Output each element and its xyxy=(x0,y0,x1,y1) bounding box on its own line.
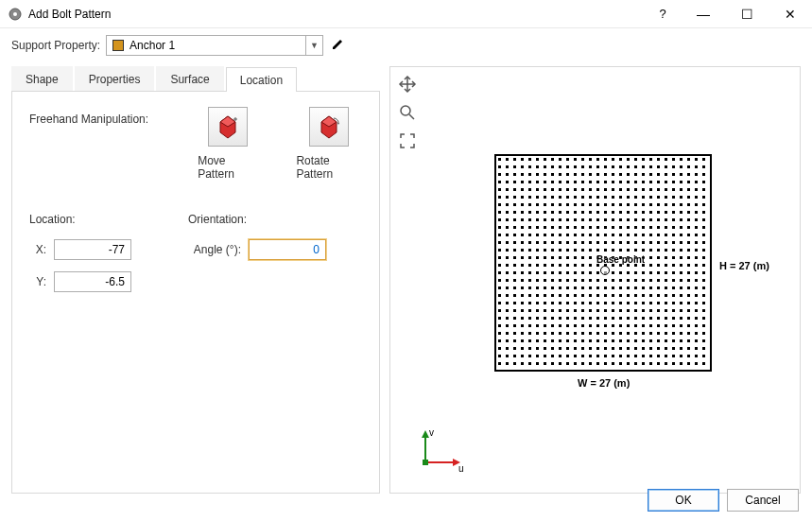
support-dropdown[interactable]: Anchor 1 ▼ xyxy=(106,35,323,56)
close-button[interactable]: ✕ xyxy=(769,0,812,27)
svg-marker-8 xyxy=(337,123,339,125)
x-input[interactable] xyxy=(54,239,131,260)
angle-label: Angle (°): xyxy=(188,243,241,256)
rotate-pattern-button[interactable] xyxy=(309,107,349,147)
tab-properties[interactable]: Properties xyxy=(75,66,155,91)
ok-button[interactable]: OK xyxy=(648,489,719,512)
dialog-footer: OK Cancel xyxy=(648,489,799,512)
orientation-header: Orientation: xyxy=(188,213,326,226)
fit-icon[interactable] xyxy=(396,130,419,152)
maximize-button[interactable]: ☐ xyxy=(725,0,769,27)
basepoint-label: Base point xyxy=(596,254,645,265)
preview-panel: Base point H = 27 (m) W = 27 (m) v u xyxy=(389,66,801,494)
svg-point-1 xyxy=(13,12,17,16)
y-input[interactable] xyxy=(54,271,131,292)
width-label: W = 27 (m) xyxy=(578,377,630,389)
app-icon xyxy=(8,7,23,22)
edit-icon[interactable] xyxy=(331,36,346,55)
v-axis-label: v xyxy=(429,427,434,438)
location-header: Location: xyxy=(29,213,131,226)
pan-icon[interactable] xyxy=(396,73,419,96)
svg-marker-14 xyxy=(422,430,429,438)
support-swatch xyxy=(112,40,124,51)
u-axis-label: u xyxy=(458,463,464,474)
support-label: Support Property: xyxy=(11,39,100,52)
window-title: Add Bolt Pattern xyxy=(28,8,644,21)
axis-indicator: v u xyxy=(411,426,468,474)
help-button[interactable]: ? xyxy=(644,0,682,27)
move-pattern-caption: Move Pattern xyxy=(198,154,258,181)
move-pattern-button[interactable] xyxy=(208,107,248,147)
freehand-label: Freehand Manipulation: xyxy=(29,107,160,126)
svg-point-11 xyxy=(401,106,410,115)
tab-shape[interactable]: Shape xyxy=(11,66,73,91)
titlebar: Add Bolt Pattern ? — ☐ ✕ xyxy=(0,0,812,28)
y-label: Y: xyxy=(29,275,46,288)
svg-rect-17 xyxy=(423,460,428,465)
angle-input[interactable] xyxy=(249,239,326,260)
x-label: X: xyxy=(29,243,46,256)
chevron-down-icon: ▼ xyxy=(305,36,322,55)
minimize-button[interactable]: — xyxy=(682,0,725,27)
cancel-button[interactable]: Cancel xyxy=(727,489,799,512)
support-value: Anchor 1 xyxy=(130,39,305,52)
svg-line-12 xyxy=(409,114,414,119)
zoom-icon[interactable] xyxy=(396,101,419,124)
tabs: Shape Properties Surface Location xyxy=(11,66,380,91)
tab-surface[interactable]: Surface xyxy=(156,66,223,91)
rotate-pattern-caption: Rotate Pattern xyxy=(296,154,362,181)
basepoint-marker xyxy=(600,266,610,275)
support-row: Support Property: Anchor 1 ▼ xyxy=(0,28,812,57)
location-panel: Freehand Manipulation: Move Pattern Rota… xyxy=(11,91,380,494)
height-label: H = 27 (m) xyxy=(719,260,769,271)
tab-location[interactable]: Location xyxy=(226,67,297,92)
